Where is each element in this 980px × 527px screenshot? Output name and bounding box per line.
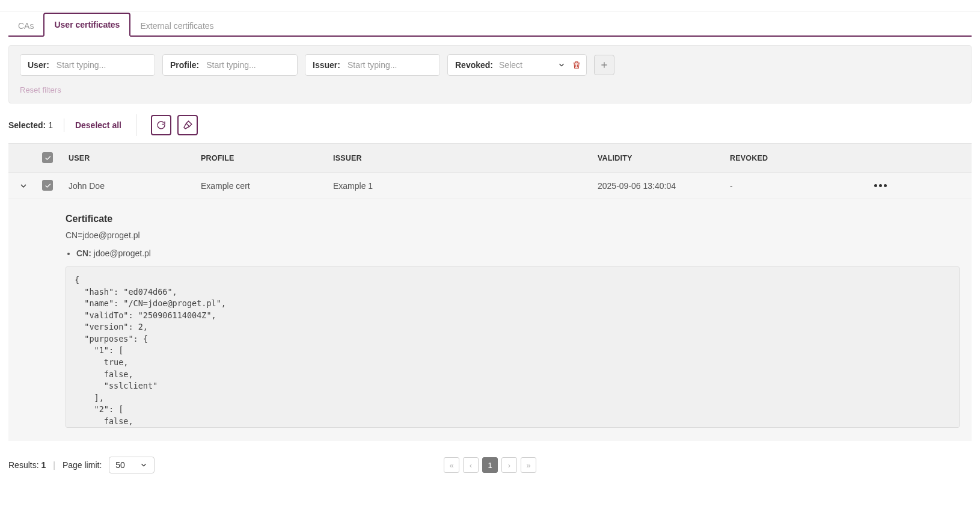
cell-user: John Doe	[69, 181, 201, 191]
col-issuer[interactable]: ISSUER	[333, 154, 598, 162]
table-row[interactable]: John Doe Example cert Example 1 2025-09-…	[8, 173, 972, 199]
page-next[interactable]: ›	[501, 457, 517, 473]
row-expand-toggle[interactable]	[8, 181, 38, 191]
divider	[64, 119, 64, 132]
refresh-button[interactable]	[151, 115, 171, 135]
pagination: « ‹ 1 › »	[444, 457, 536, 473]
cell-issuer: Example 1	[333, 181, 598, 191]
col-user[interactable]: USER	[69, 154, 201, 162]
row-checkbox[interactable]	[42, 180, 53, 191]
broom-button[interactable]	[177, 115, 198, 135]
selected-count: Selected: 1	[8, 120, 53, 130]
page-limit-select[interactable]: 50	[109, 457, 155, 473]
detail-dn: CN=jdoe@proget.pl	[66, 230, 960, 240]
filter-profile-input[interactable]	[205, 60, 313, 70]
tab-external-certificates[interactable]: External certificates	[130, 15, 223, 37]
filter-user: User:	[20, 54, 155, 76]
cell-revoked: -	[730, 181, 862, 191]
divider	[136, 114, 136, 136]
detail-cn: CN: jdoe@proget.pl	[76, 248, 960, 258]
detail-title: Certificate	[66, 214, 960, 224]
table-footer: Results: 1 | Page limit: 50 « ‹ 1 › »	[8, 457, 972, 473]
chevron-down-icon	[557, 61, 566, 69]
certificates-table: USER PROFILE ISSUER VALIDITY REVOKED Joh…	[8, 143, 972, 441]
page-number[interactable]: 1	[482, 457, 498, 473]
add-filter-button[interactable]	[594, 55, 614, 75]
tab-user-certificates[interactable]: User certificates	[43, 13, 130, 37]
divider: |	[53, 460, 55, 470]
page-limit-label: Page limit:	[63, 460, 102, 470]
filter-revoked[interactable]: Revoked: Select	[447, 54, 587, 76]
row-actions-menu[interactable]	[862, 184, 898, 187]
page-prev[interactable]: ‹	[463, 457, 479, 473]
trash-icon[interactable]	[572, 60, 581, 70]
table-header: USER PROFILE ISSUER VALIDITY REVOKED	[8, 144, 972, 173]
filter-issuer-label: Issuer:	[313, 60, 340, 70]
page-first[interactable]: «	[444, 457, 459, 473]
filter-user-label: User:	[28, 60, 49, 70]
col-profile[interactable]: PROFILE	[201, 154, 333, 162]
filter-revoked-label: Revoked:	[455, 60, 493, 70]
filter-bar: User: Profile: Issuer:	[8, 45, 972, 103]
tab-cas[interactable]: CAs	[8, 15, 43, 37]
tabs: CAs User certificates External certifica…	[8, 11, 972, 37]
page-last[interactable]: »	[521, 457, 536, 473]
filter-revoked-placeholder: Select	[499, 60, 551, 70]
cell-profile: Example cert	[201, 181, 333, 191]
col-validity[interactable]: VALIDITY	[598, 154, 730, 162]
reset-filters-link[interactable]: Reset filters	[20, 85, 61, 98]
filter-profile: Profile:	[162, 54, 298, 76]
deselect-all-button[interactable]: Deselect all	[75, 120, 121, 130]
select-all-checkbox[interactable]	[42, 152, 53, 163]
filter-user-input[interactable]	[55, 60, 163, 70]
filter-issuer: Issuer:	[305, 54, 440, 76]
chevron-down-icon	[139, 461, 148, 469]
certificate-json[interactable]: { "hash": "ed074d66", "name": "/CN=jdoe@…	[66, 267, 960, 428]
col-revoked[interactable]: REVOKED	[730, 154, 862, 162]
results-count: Results: 1	[8, 460, 46, 470]
filter-profile-label: Profile:	[170, 60, 199, 70]
selection-bar: Selected: 1 Deselect all	[8, 103, 972, 143]
cell-validity: 2025-09-06 13:40:04	[598, 181, 730, 191]
row-detail: Certificate CN=jdoe@proget.pl CN: jdoe@p…	[8, 199, 972, 441]
filter-issuer-input[interactable]	[346, 60, 454, 70]
